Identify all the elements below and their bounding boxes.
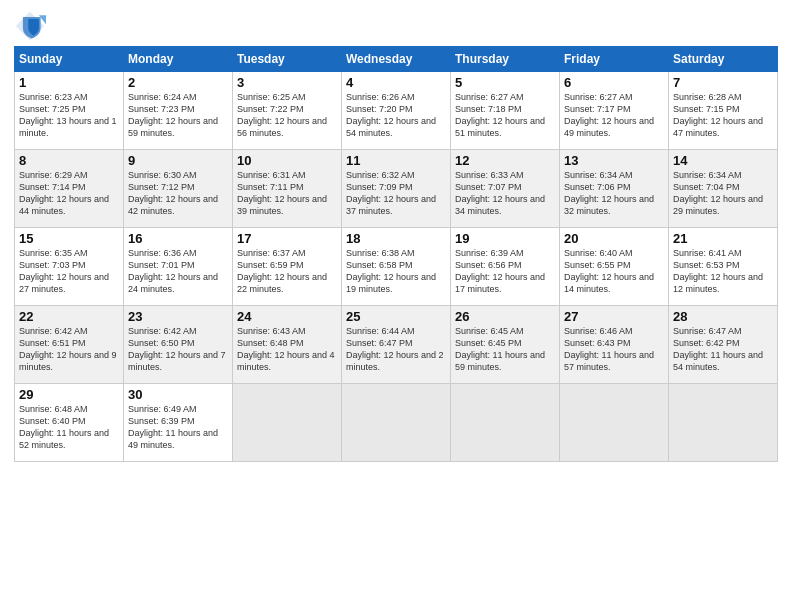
day-number: 30 <box>128 387 228 402</box>
calendar-cell: 5Sunrise: 6:27 AMSunset: 7:18 PMDaylight… <box>451 72 560 150</box>
col-wednesday: Wednesday <box>342 47 451 72</box>
calendar-cell <box>233 384 342 462</box>
calendar-cell <box>560 384 669 462</box>
day-number: 13 <box>564 153 664 168</box>
day-number: 26 <box>455 309 555 324</box>
day-number: 2 <box>128 75 228 90</box>
calendar-cell <box>451 384 560 462</box>
calendar-cell: 10Sunrise: 6:31 AMSunset: 7:11 PMDayligh… <box>233 150 342 228</box>
day-info: Sunrise: 6:46 AMSunset: 6:43 PMDaylight:… <box>564 325 664 374</box>
calendar-cell: 17Sunrise: 6:37 AMSunset: 6:59 PMDayligh… <box>233 228 342 306</box>
calendar-cell: 7Sunrise: 6:28 AMSunset: 7:15 PMDaylight… <box>669 72 778 150</box>
logo <box>14 10 50 42</box>
calendar-week: 15Sunrise: 6:35 AMSunset: 7:03 PMDayligh… <box>15 228 778 306</box>
day-info: Sunrise: 6:36 AMSunset: 7:01 PMDaylight:… <box>128 247 228 296</box>
day-number: 19 <box>455 231 555 246</box>
calendar-cell: 20Sunrise: 6:40 AMSunset: 6:55 PMDayligh… <box>560 228 669 306</box>
day-number: 4 <box>346 75 446 90</box>
day-info: Sunrise: 6:44 AMSunset: 6:47 PMDaylight:… <box>346 325 446 374</box>
col-tuesday: Tuesday <box>233 47 342 72</box>
calendar-cell: 2Sunrise: 6:24 AMSunset: 7:23 PMDaylight… <box>124 72 233 150</box>
day-number: 7 <box>673 75 773 90</box>
day-number: 12 <box>455 153 555 168</box>
day-info: Sunrise: 6:34 AMSunset: 7:04 PMDaylight:… <box>673 169 773 218</box>
day-info: Sunrise: 6:39 AMSunset: 6:56 PMDaylight:… <box>455 247 555 296</box>
col-saturday: Saturday <box>669 47 778 72</box>
calendar-table: Sunday Monday Tuesday Wednesday Thursday… <box>14 46 778 462</box>
col-thursday: Thursday <box>451 47 560 72</box>
header <box>14 10 778 42</box>
day-number: 14 <box>673 153 773 168</box>
day-number: 24 <box>237 309 337 324</box>
calendar-week: 29Sunrise: 6:48 AMSunset: 6:40 PMDayligh… <box>15 384 778 462</box>
calendar-cell: 18Sunrise: 6:38 AMSunset: 6:58 PMDayligh… <box>342 228 451 306</box>
calendar-cell: 13Sunrise: 6:34 AMSunset: 7:06 PMDayligh… <box>560 150 669 228</box>
header-row: Sunday Monday Tuesday Wednesday Thursday… <box>15 47 778 72</box>
day-info: Sunrise: 6:34 AMSunset: 7:06 PMDaylight:… <box>564 169 664 218</box>
calendar-cell: 24Sunrise: 6:43 AMSunset: 6:48 PMDayligh… <box>233 306 342 384</box>
day-info: Sunrise: 6:31 AMSunset: 7:11 PMDaylight:… <box>237 169 337 218</box>
day-info: Sunrise: 6:33 AMSunset: 7:07 PMDaylight:… <box>455 169 555 218</box>
day-number: 5 <box>455 75 555 90</box>
day-number: 1 <box>19 75 119 90</box>
calendar-cell: 29Sunrise: 6:48 AMSunset: 6:40 PMDayligh… <box>15 384 124 462</box>
calendar-cell: 21Sunrise: 6:41 AMSunset: 6:53 PMDayligh… <box>669 228 778 306</box>
calendar-cell: 11Sunrise: 6:32 AMSunset: 7:09 PMDayligh… <box>342 150 451 228</box>
calendar-cell: 9Sunrise: 6:30 AMSunset: 7:12 PMDaylight… <box>124 150 233 228</box>
day-info: Sunrise: 6:37 AMSunset: 6:59 PMDaylight:… <box>237 247 337 296</box>
calendar-cell: 23Sunrise: 6:42 AMSunset: 6:50 PMDayligh… <box>124 306 233 384</box>
day-info: Sunrise: 6:27 AMSunset: 7:17 PMDaylight:… <box>564 91 664 140</box>
col-monday: Monday <box>124 47 233 72</box>
col-sunday: Sunday <box>15 47 124 72</box>
calendar-cell: 3Sunrise: 6:25 AMSunset: 7:22 PMDaylight… <box>233 72 342 150</box>
calendar-cell <box>342 384 451 462</box>
calendar-cell: 6Sunrise: 6:27 AMSunset: 7:17 PMDaylight… <box>560 72 669 150</box>
day-number: 9 <box>128 153 228 168</box>
day-info: Sunrise: 6:24 AMSunset: 7:23 PMDaylight:… <box>128 91 228 140</box>
day-info: Sunrise: 6:38 AMSunset: 6:58 PMDaylight:… <box>346 247 446 296</box>
day-number: 6 <box>564 75 664 90</box>
day-number: 27 <box>564 309 664 324</box>
day-number: 11 <box>346 153 446 168</box>
calendar-cell: 4Sunrise: 6:26 AMSunset: 7:20 PMDaylight… <box>342 72 451 150</box>
calendar-week: 8Sunrise: 6:29 AMSunset: 7:14 PMDaylight… <box>15 150 778 228</box>
calendar-cell: 26Sunrise: 6:45 AMSunset: 6:45 PMDayligh… <box>451 306 560 384</box>
day-info: Sunrise: 6:32 AMSunset: 7:09 PMDaylight:… <box>346 169 446 218</box>
calendar-cell: 27Sunrise: 6:46 AMSunset: 6:43 PMDayligh… <box>560 306 669 384</box>
col-friday: Friday <box>560 47 669 72</box>
day-info: Sunrise: 6:48 AMSunset: 6:40 PMDaylight:… <box>19 403 119 452</box>
day-number: 16 <box>128 231 228 246</box>
day-info: Sunrise: 6:30 AMSunset: 7:12 PMDaylight:… <box>128 169 228 218</box>
day-number: 28 <box>673 309 773 324</box>
day-info: Sunrise: 6:40 AMSunset: 6:55 PMDaylight:… <box>564 247 664 296</box>
day-info: Sunrise: 6:29 AMSunset: 7:14 PMDaylight:… <box>19 169 119 218</box>
day-number: 10 <box>237 153 337 168</box>
calendar-week: 22Sunrise: 6:42 AMSunset: 6:51 PMDayligh… <box>15 306 778 384</box>
calendar-cell: 15Sunrise: 6:35 AMSunset: 7:03 PMDayligh… <box>15 228 124 306</box>
calendar-cell: 28Sunrise: 6:47 AMSunset: 6:42 PMDayligh… <box>669 306 778 384</box>
day-info: Sunrise: 6:49 AMSunset: 6:39 PMDaylight:… <box>128 403 228 452</box>
day-number: 25 <box>346 309 446 324</box>
day-number: 3 <box>237 75 337 90</box>
day-number: 8 <box>19 153 119 168</box>
day-number: 17 <box>237 231 337 246</box>
day-info: Sunrise: 6:45 AMSunset: 6:45 PMDaylight:… <box>455 325 555 374</box>
day-info: Sunrise: 6:41 AMSunset: 6:53 PMDaylight:… <box>673 247 773 296</box>
day-info: Sunrise: 6:42 AMSunset: 6:51 PMDaylight:… <box>19 325 119 374</box>
day-info: Sunrise: 6:25 AMSunset: 7:22 PMDaylight:… <box>237 91 337 140</box>
day-number: 15 <box>19 231 119 246</box>
day-info: Sunrise: 6:27 AMSunset: 7:18 PMDaylight:… <box>455 91 555 140</box>
day-number: 21 <box>673 231 773 246</box>
day-number: 18 <box>346 231 446 246</box>
day-number: 20 <box>564 231 664 246</box>
day-info: Sunrise: 6:26 AMSunset: 7:20 PMDaylight:… <box>346 91 446 140</box>
calendar-cell <box>669 384 778 462</box>
calendar-cell: 12Sunrise: 6:33 AMSunset: 7:07 PMDayligh… <box>451 150 560 228</box>
calendar-cell: 19Sunrise: 6:39 AMSunset: 6:56 PMDayligh… <box>451 228 560 306</box>
logo-icon <box>14 10 46 42</box>
calendar-cell: 1Sunrise: 6:23 AMSunset: 7:25 PMDaylight… <box>15 72 124 150</box>
page-container: Sunday Monday Tuesday Wednesday Thursday… <box>0 0 792 470</box>
calendar-cell: 30Sunrise: 6:49 AMSunset: 6:39 PMDayligh… <box>124 384 233 462</box>
calendar-cell: 25Sunrise: 6:44 AMSunset: 6:47 PMDayligh… <box>342 306 451 384</box>
day-number: 29 <box>19 387 119 402</box>
